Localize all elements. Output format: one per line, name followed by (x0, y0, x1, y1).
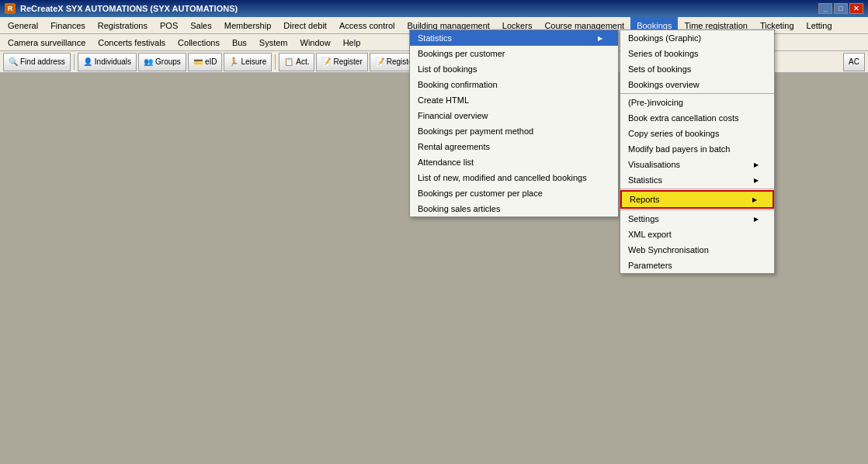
maximize-button[interactable]: □ (834, 3, 848, 14)
submenu-create-html[interactable]: Create HTML (410, 92, 618, 108)
title-bar: R ReCreateX SYX AUTOMATIONS (SYX AUTOMAT… (0, 0, 868, 17)
menu-window[interactable]: Window (294, 34, 337, 50)
title-text: ReCreateX SYX AUTOMATIONS (SYX AUTOMATIO… (20, 4, 238, 13)
person-icon: 👤 (83, 57, 92, 66)
menu-visualisations[interactable]: Visualisations ▶ (620, 157, 774, 172)
window-controls: _ □ ✕ (818, 3, 863, 14)
register-icon: 📝 (321, 57, 331, 66)
menu-direct-debit[interactable]: Direct debit (277, 17, 333, 33)
menu-finances[interactable]: Finances (44, 17, 92, 33)
toolbar-individuals[interactable]: 👤 Individuals (78, 53, 137, 71)
toolbar-act[interactable]: 📋 Act. (279, 53, 314, 71)
card-icon: 💳 (193, 57, 203, 66)
menu-pos[interactable]: POS (154, 17, 184, 33)
menu-parameters[interactable]: Parameters (620, 258, 774, 273)
menu-help[interactable]: Help (337, 34, 367, 50)
toolbar-groups[interactable]: 👥 Groups (138, 53, 186, 71)
minimize-button[interactable]: _ (818, 3, 832, 14)
menu-collections[interactable]: Collections (172, 34, 226, 50)
submenu-list-new-modified[interactable]: List of new, modified and cancelled book… (410, 170, 618, 185)
menu-xml-export[interactable]: XML export (620, 227, 774, 242)
menu-camera-surveillance[interactable]: Camera surveillance (2, 34, 92, 50)
menu-copy-series[interactable]: Copy series of bookings (620, 126, 774, 141)
toolbar-separator-1 (74, 54, 75, 70)
toolbar-find-address[interactable]: 🔍 Find address (3, 53, 71, 71)
separator-3 (620, 209, 774, 210)
submenu-bookings-per-customer-per-place[interactable]: Bookings per customer per place (410, 185, 618, 201)
menu-bookings-graphic[interactable]: Bookings (Graphic) (620, 30, 774, 46)
menu-sales[interactable]: Sales (184, 17, 218, 33)
submenu-bookings-per-customer[interactable]: Bookings per customer (410, 46, 618, 61)
menu-membership[interactable]: Membership (218, 17, 278, 33)
menu-book-extra-cancellation[interactable]: Book extra cancellation costs (620, 110, 774, 126)
app-icon: R (5, 3, 16, 14)
menu-system[interactable]: System (253, 34, 294, 50)
menu-sets-of-bookings[interactable]: Sets of bookings (620, 61, 774, 77)
submenu-attendance-list[interactable]: Attendance list (410, 154, 618, 170)
submenu-statistics-header[interactable]: Statistics ▶ (410, 30, 618, 46)
menu-letting[interactable]: Letting (800, 17, 838, 33)
visualisations-arrow: ▶ (754, 161, 759, 168)
separator-2 (620, 189, 774, 189)
bookings-dropdown: Bookings (Graphic) Series of bookings Se… (620, 29, 775, 274)
group-icon: 👥 (144, 57, 153, 66)
menu-series-of-bookings[interactable]: Series of bookings (620, 46, 774, 61)
separator-1 (620, 93, 774, 94)
toolbar-eid[interactable]: 💳 eID (188, 53, 223, 71)
toolbar-ac[interactable]: AC (843, 53, 865, 71)
submenu-financial-overview[interactable]: Financial overview (410, 108, 618, 123)
act-icon: 📋 (284, 57, 293, 66)
menu-statistics[interactable]: Statistics ▶ (620, 172, 774, 188)
menu-reports[interactable]: Reports ▶ (620, 190, 774, 209)
menu-pre-invoicing[interactable]: (Pre-)invoicing (620, 95, 774, 110)
close-button[interactable]: ✕ (849, 3, 863, 14)
leisure-icon: 🏃 (229, 57, 238, 66)
toolbar-leisure[interactable]: 🏃 Leisure (224, 53, 272, 71)
submenu-booking-confirmation[interactable]: Booking confirmation (410, 77, 618, 92)
menu-settings[interactable]: Settings ▶ (620, 211, 774, 227)
menu-modify-bad-payers[interactable]: Modify bad payers in batch (620, 141, 774, 157)
settings-arrow: ▶ (754, 216, 759, 223)
submenu-list-of-bookings[interactable]: List of bookings (410, 61, 618, 77)
toolbar-separator-2 (275, 54, 276, 70)
toolbar-register[interactable]: 📝 Register (316, 53, 367, 71)
submenu-booking-sales-articles[interactable]: Booking sales articles (410, 201, 618, 216)
menu-bookings-overview[interactable]: Bookings overview (620, 77, 774, 92)
register-plus-icon: 📝 (375, 57, 384, 66)
menu-registrations[interactable]: Registrations (92, 17, 154, 33)
statistics-arrow: ▶ (754, 177, 759, 184)
menu-general[interactable]: General (2, 17, 44, 33)
submenu-statistics-arrow: ▶ (598, 35, 602, 42)
menu-concerts-festivals[interactable]: Concerts festivals (92, 34, 172, 50)
submenu-rental-agreements[interactable]: Rental agreements (410, 139, 618, 154)
reports-arrow: ▶ (752, 196, 757, 203)
statistics-submenu: Statistics ▶ Bookings per customer List … (409, 29, 619, 217)
search-icon: 🔍 (9, 57, 18, 66)
submenu-bookings-per-payment-method[interactable]: Bookings per payment method (410, 123, 618, 139)
menu-web-synchronisation[interactable]: Web Synchronisation (620, 242, 774, 258)
menu-access-control[interactable]: Access control (333, 17, 401, 33)
menu-bus[interactable]: Bus (226, 34, 253, 50)
